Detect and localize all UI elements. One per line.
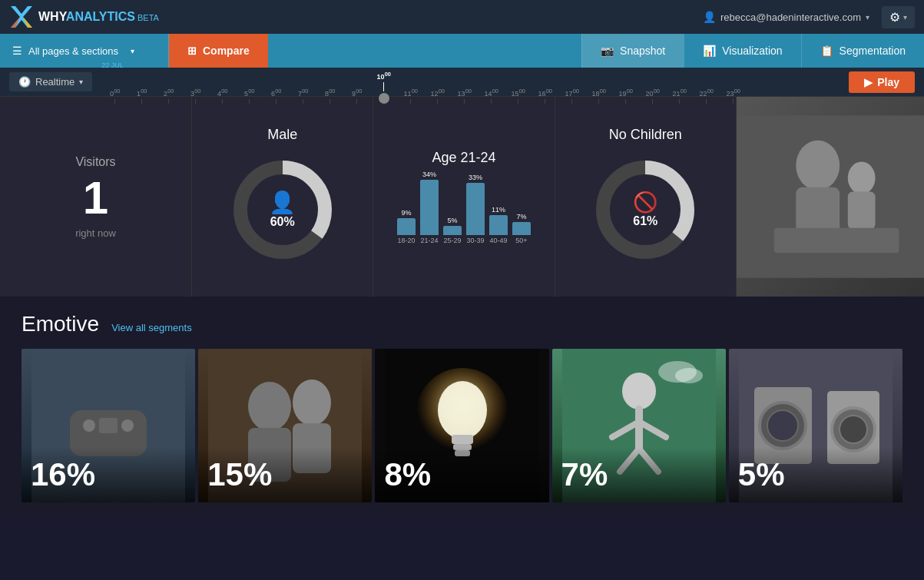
- time-tick-9[interactable]: 900: [343, 88, 370, 104]
- tick-label: 100: [137, 88, 147, 98]
- segmentation-icon: 📋: [820, 45, 833, 57]
- tick-label: 300: [190, 88, 200, 98]
- chevron-down-icon: ▾: [131, 47, 134, 55]
- svg-point-14: [121, 419, 134, 432]
- svg-point-39: [767, 410, 798, 441]
- time-tick-3[interactable]: 300: [182, 88, 209, 104]
- time-tick-12[interactable]: 1200: [424, 88, 451, 104]
- bar-group-30-39: 33% 30-39: [466, 174, 485, 244]
- bar: [512, 222, 531, 235]
- pages-label: All pages & sections: [28, 45, 118, 57]
- chevron-down-icon: ▾: [903, 13, 907, 22]
- bar-age-label: 25-29: [443, 237, 461, 244]
- tick-label: 1800: [592, 88, 606, 98]
- tick-label: 1000: [377, 71, 391, 81]
- timeline-ruler[interactable]: 22 JUL 000 100 200 300 400 500 600 700 8…: [101, 60, 840, 104]
- no-children-icon: 🚫: [633, 191, 657, 214]
- gender-donut-center: 👤 60%: [269, 190, 296, 229]
- card-overlay-4: 7%: [552, 447, 726, 502]
- segment-card-5[interactable]: 5%: [729, 349, 902, 502]
- realtime-button[interactable]: 🕐 Realtime ▾: [9, 72, 92, 91]
- play-button[interactable]: ▶ Play: [849, 71, 915, 93]
- emotive-section: Emotive View all segments 16%: [0, 297, 924, 515]
- age-bar-chart: 9% 18-20 34% 21-24 5% 25-29 33% 30-39 11…: [397, 175, 531, 244]
- user-info[interactable]: 👤 rebecca@hadeninteractive.com ▾: [703, 11, 869, 23]
- time-tick-14[interactable]: 1400: [478, 88, 505, 104]
- stats-panel: Visitors 1 right now Male 👤 60% Age 21-2…: [0, 97, 924, 297]
- segment-card-3[interactable]: 8%: [375, 349, 548, 502]
- tick-label: 800: [325, 88, 335, 98]
- tick-label: 400: [217, 88, 227, 98]
- time-tick-5[interactable]: 500: [236, 88, 263, 104]
- tick-label: 900: [352, 88, 362, 98]
- bar-group-18-20: 9% 18-20: [397, 209, 416, 244]
- age-title: Age 21-24: [432, 150, 495, 166]
- children-donut: 🚫 61%: [588, 152, 703, 267]
- bar: [489, 215, 508, 235]
- tick-label: 1900: [619, 88, 633, 98]
- time-tick-16[interactable]: 1600: [532, 88, 558, 104]
- gender-donut: 👤 60%: [225, 152, 340, 267]
- visitors-box: Visitors 1 right now: [0, 97, 192, 297]
- view-all-segments-link[interactable]: View all segments: [111, 322, 192, 333]
- tick-label: 200: [164, 88, 174, 98]
- time-tick-22[interactable]: 2200: [693, 88, 720, 104]
- svg-rect-9: [848, 191, 876, 229]
- time-tick-17[interactable]: 1700: [558, 88, 585, 104]
- children-pct: 61%: [633, 214, 657, 228]
- time-tick-21[interactable]: 2100: [666, 88, 693, 104]
- realtime-label: Realtime: [35, 76, 75, 88]
- user-email: rebecca@hadeninteractive.com: [720, 12, 861, 23]
- bar-pct: 5%: [447, 217, 457, 224]
- tick-label: 700: [298, 88, 308, 98]
- nav-right: 👤 rebecca@hadeninteractive.com ▾ ⚙ ▾: [703, 6, 915, 28]
- top-nav: WHYANALYTICSBETA 👤 rebecca@hadeninteract…: [0, 0, 924, 34]
- time-tick-10[interactable]: 1000: [370, 71, 397, 104]
- time-tick-8[interactable]: 800: [316, 88, 343, 104]
- time-tick-2[interactable]: 200: [155, 88, 182, 104]
- svg-point-6: [796, 141, 840, 191]
- card-pct-5: 5%: [738, 456, 785, 492]
- time-tick-15[interactable]: 1500: [505, 88, 532, 104]
- photo-section: [737, 97, 924, 297]
- play-label: Play: [877, 76, 899, 88]
- tick-label: 1500: [512, 88, 525, 98]
- gender-pct: 60%: [270, 215, 295, 229]
- bar: [397, 218, 416, 235]
- time-tick-0[interactable]: 000: [101, 88, 128, 104]
- time-tick-6[interactable]: 600: [263, 88, 290, 104]
- time-tick-13[interactable]: 1300: [451, 88, 478, 104]
- timeline: 🕐 Realtime ▾ 22 JUL 000 100 200 300 400 …: [0, 68, 924, 97]
- chevron-down-icon: ▾: [866, 13, 869, 22]
- time-tick-1[interactable]: 100: [128, 88, 155, 104]
- visitors-sub: right now: [75, 227, 116, 239]
- time-tick-7[interactable]: 700: [290, 88, 316, 104]
- bar-pct: 33%: [469, 174, 482, 181]
- time-tick-20[interactable]: 2000: [639, 88, 666, 104]
- bar: [420, 180, 439, 235]
- emotive-header: Emotive View all segments: [22, 312, 902, 336]
- svg-point-35: [675, 368, 703, 383]
- logo: WHYANALYTICSBETA: [9, 5, 159, 29]
- svg-point-17: [248, 382, 291, 431]
- time-tick-18[interactable]: 1800: [585, 88, 612, 104]
- segment-card-2[interactable]: 15%: [198, 349, 372, 502]
- time-tick-11[interactable]: 1100: [397, 88, 424, 104]
- time-tick-4[interactable]: 400: [209, 88, 236, 104]
- segment-card-1[interactable]: 16%: [22, 349, 195, 502]
- segment-cards: 16% 15%: [22, 349, 902, 502]
- segment-card-4[interactable]: 7%: [552, 349, 726, 502]
- tick-label: 500: [244, 88, 254, 98]
- settings-button[interactable]: ⚙ ▾: [882, 6, 915, 28]
- bar-group-40-49: 11% 40-49: [489, 206, 508, 244]
- logo-name: WHYANALYTICSBETA: [38, 10, 159, 24]
- tick-label: 1100: [404, 88, 418, 98]
- gender-title: Male: [267, 127, 297, 143]
- children-chart-section: No Children 🚫 61%: [555, 97, 737, 297]
- bar-age-label: 21-24: [420, 237, 438, 244]
- card-overlay-5: 5%: [729, 447, 902, 502]
- age-chart-section: Age 21-24 9% 18-20 34% 21-24 5% 25-29 33…: [373, 97, 555, 297]
- svg-point-8: [848, 161, 876, 194]
- emotive-title: Emotive: [22, 312, 99, 336]
- time-tick-19[interactable]: 1900: [612, 88, 639, 104]
